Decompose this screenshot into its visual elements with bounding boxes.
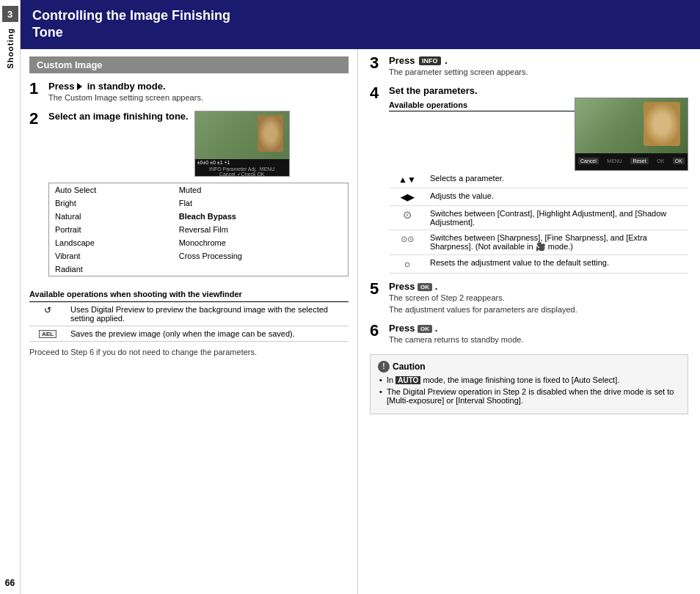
caution-item-1: In AUTO mode, the image finishing tone i… — [378, 375, 680, 385]
step-1-number: 1 — [29, 81, 44, 97]
vf-desc-1: Uses Digital Preview to preview the back… — [66, 301, 349, 326]
finish-col2-r5: Monochrome — [173, 236, 349, 249]
ael-badge: AEL — [39, 330, 56, 338]
sat-reset-btn: Reset — [630, 158, 648, 164]
table-row: Auto Select Muted — [49, 183, 349, 197]
step-6-suffix: . — [435, 323, 438, 334]
table-row: Portrait Reversal Film — [49, 223, 349, 236]
caution-item-2: The Digital Preview operation in Step 2 … — [378, 387, 680, 405]
table-row: Natural Bleach Bypass — [49, 210, 349, 223]
saturation-preview: Saturation ≡ ≡ ≡ ≡ ≡ C — [575, 98, 688, 171]
step-2: 2 Select an image finishing tone. Bright… — [29, 111, 349, 282]
caution-label: Caution — [393, 362, 426, 372]
step-3-number: 3 — [370, 55, 384, 71]
step-5-desc2: The adjustment values for parameters are… — [389, 305, 688, 314]
step-6-ok-badge: OK — [418, 325, 432, 333]
vf-desc-2: Saves the preview image (only when the i… — [66, 326, 349, 342]
step-5-ok-badge: OK — [418, 283, 432, 291]
vf-table-row-2: AEL Saves the preview image (only when t… — [29, 326, 349, 342]
finish-tone-table: Auto Select Muted Bright Flat Natural Bl… — [48, 183, 349, 276]
ops-desc-2: Adjusts the value. — [426, 188, 688, 205]
finish-col2-r2: Flat — [173, 197, 349, 210]
ops-icon-4: ⊙⊙ — [389, 230, 426, 254]
step-6-title: Press OK . — [389, 323, 688, 334]
page-number: 66 — [5, 578, 15, 588]
viewfinder-ops-table: ↺ Uses Digital Preview to preview the ba… — [29, 301, 349, 342]
finish-col2-r6: Cross Processing — [173, 249, 349, 263]
finish-col1-r2: Bright — [49, 197, 173, 210]
ops-row-5: ○ Resets the adjustment value to the def… — [389, 254, 688, 273]
preview-inner — [195, 111, 289, 159]
sat-image — [575, 98, 688, 153]
right-column: 3 Press INFO . The parameter setting scr… — [358, 49, 700, 594]
two-column-layout: Custom Image 1 Press in standby mode. Th… — [21, 49, 700, 594]
sat-cancel-btn: Cancel — [578, 158, 599, 164]
step-1: 1 Press in standby mode. The Custom Imag… — [29, 81, 349, 105]
chapter-number: 3 — [2, 6, 18, 22]
step-5-title: Press OK . — [389, 281, 688, 292]
step-5-suffix: . — [435, 281, 438, 292]
vf-icon-2: AEL — [29, 326, 66, 342]
sat-menu-label: MENU — [607, 158, 622, 164]
finish-col1-r6: Vibrant — [49, 249, 173, 263]
rotate-icon: ↺ — [44, 305, 51, 315]
step-6-desc: The camera returns to standby mode. — [389, 335, 688, 344]
finish-col1-r4: Portrait — [49, 223, 173, 236]
step-6: 6 Press OK . The camera returns to stand… — [370, 323, 688, 347]
step-1-title: Press in standby mode. — [48, 81, 349, 92]
step-1-content: Press in standby mode. The Custom Image … — [48, 81, 349, 105]
finish-col2-r4: Reversal Film — [173, 223, 349, 236]
sidebar: 3 Shooting 66 — [0, 0, 21, 594]
step-4-number: 4 — [370, 85, 384, 101]
step-1-desc: The Custom Image setting screen appears. — [48, 93, 349, 102]
step-4-content: Set the parameters. Saturation ≡ ≡ ≡ ≡ ≡ — [389, 85, 688, 274]
step-4-title: Set the parameters. — [389, 85, 688, 96]
step-5-content: Press OK . The screen of Step 2 reappear… — [389, 281, 688, 317]
step-6-press: Press — [389, 323, 415, 334]
caution-title: ! Caution — [378, 361, 680, 373]
step-3-desc: The parameter setting screen appears. — [389, 67, 688, 76]
sat-ok-btn: OK — [673, 158, 685, 164]
finish-col1-r3: Natural — [49, 210, 173, 223]
info-button-badge: INFO — [419, 56, 441, 65]
vf-icon-1: ↺ — [29, 301, 66, 326]
table-row: Radiant — [49, 263, 349, 276]
ops-row-2: ◀▶ Adjusts the value. — [389, 188, 688, 205]
step-5-press: Press — [389, 281, 415, 292]
step-3-title: Press INFO . — [389, 55, 688, 66]
step-2-text: Select an image finishing tone. — [48, 111, 189, 123]
step-3-content: Press INFO . The parameter setting scree… — [389, 55, 688, 79]
ops-desc-3: Switches between [Contrast], [Highlight … — [426, 205, 688, 230]
ops-icon-2: ◀▶ — [389, 188, 426, 205]
section-header: Custom Image — [29, 56, 349, 73]
left-column: Custom Image 1 Press in standby mode. Th… — [21, 49, 358, 594]
ops-desc-5: Resets the adjustment value to the defau… — [426, 254, 688, 273]
ops-row-1: ▲▼ Selects a parameter. — [389, 171, 688, 188]
ops-table: ▲▼ Selects a parameter. ◀▶ Adjusts the v… — [389, 171, 688, 274]
step-3-suffix: . — [445, 55, 448, 66]
arrow-right-icon — [77, 83, 82, 90]
caution-icon: ! — [378, 361, 390, 373]
step-6-content: Press OK . The camera returns to standby… — [389, 323, 688, 347]
step-5-desc1: The screen of Step 2 reappears. — [389, 293, 688, 302]
step-2-title: Select an image finishing tone. — [48, 111, 189, 122]
finish-col2-r1: Muted — [173, 183, 349, 197]
press-label: Press — [48, 81, 77, 92]
preview-bottom: INFO Parameter Adj. MENU Cancel ✓Check O… — [195, 166, 289, 177]
step-1-title-rest: in standby mode. — [87, 81, 166, 92]
table-row: Vibrant Cross Processing — [49, 249, 349, 263]
step-6-number: 6 — [370, 323, 384, 339]
ops-desc-4: Switches between [Sharpness], [Fine Shar… — [426, 230, 688, 254]
sat-ok-label: OK — [657, 158, 664, 164]
step-5: 5 Press OK . The screen of Step 2 reappe… — [370, 281, 688, 317]
step-5-number: 5 — [370, 281, 384, 297]
step-2-number: 2 — [29, 111, 44, 127]
proceed-text: Proceed to Step 6 if you do not need to … — [29, 348, 349, 356]
viewfinder-title: Available operations when shooting with … — [29, 290, 349, 298]
main-content: Controlling the Image Finishing Tone Cus… — [21, 0, 700, 594]
step-3: 3 Press INFO . The parameter setting scr… — [370, 55, 688, 79]
step-4: 4 Set the parameters. Saturation ≡ ≡ ≡ ≡ — [370, 85, 688, 274]
step-2-layout: Select an image finishing tone. Bright ±… — [48, 111, 349, 177]
ops-icon-5: ○ — [389, 254, 426, 273]
vf-table-row-1: ↺ Uses Digital Preview to preview the ba… — [29, 301, 349, 326]
